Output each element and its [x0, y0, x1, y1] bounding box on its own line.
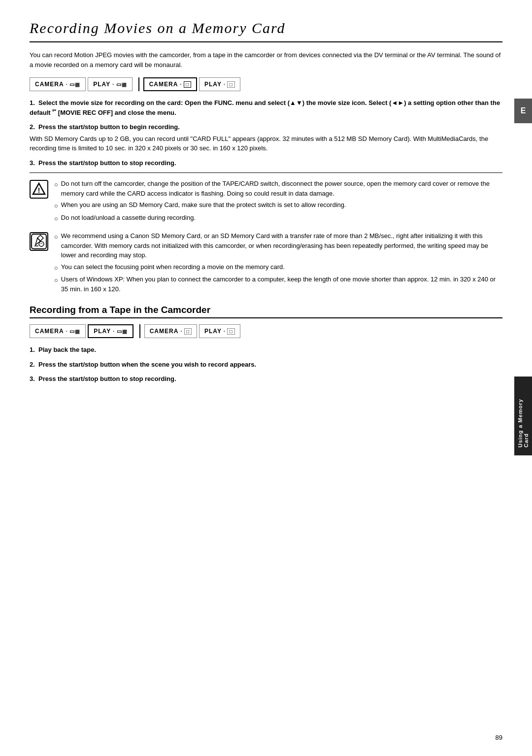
s2-step-2-text: 2. Press the start/stop button when the … [30, 360, 502, 370]
step-1: 1. Select the movie size for recording o… [30, 98, 502, 117]
svg-text:!: ! [38, 186, 40, 194]
page-container: E Using a Memory Card Recording Movies o… [0, 0, 532, 756]
tip-block: ○ We recommend using a Canon SD Memory C… [30, 231, 502, 296]
step-2-bold: 2. Press the start/stop button to begin … [30, 122, 502, 132]
warning-content: ○ Do not turn off the camcorder, change … [54, 179, 502, 225]
warning-item-1: ○ Do not turn off the camcorder, change … [54, 179, 502, 198]
badge-camera-tape-inactive: CAMERA · ▭⬛ [30, 77, 86, 91]
letter-tab: E [514, 99, 532, 123]
tape-icon-b1: · ▭⬛ [66, 328, 81, 335]
mode-divider [138, 77, 139, 91]
tape-icon2: · ▭⬛ [112, 81, 127, 88]
tip-bullet-3: ○ [54, 275, 58, 294]
tip-bullet-1: ○ [54, 232, 58, 260]
tip-bullet-2: ○ [54, 263, 58, 273]
section2-heading: Recording from a Tape in the Camcorder [30, 305, 502, 318]
tip-svg [31, 233, 47, 250]
badge-play-tape-inactive: PLAY · ▭⬛ [88, 77, 132, 91]
intro-text: You can record Motion JPEG movies with t… [30, 50, 502, 69]
card-icon-b1: · □ [180, 329, 192, 334]
badge-camera-card-active: CAMERA · □ [143, 77, 197, 91]
mode-badges-top: CAMERA · ▭⬛ PLAY · ▭⬛ CAMERA · □ PLAY · … [30, 77, 502, 91]
badge-b-play-card: PLAY · □ [199, 324, 240, 338]
tip-item-1: ○ We recommend using a Canon SD Memory C… [54, 231, 502, 260]
s2-step-3: 3. Press the start/stop button to stop r… [30, 374, 502, 384]
tip-icon [30, 232, 48, 251]
mode-divider-b [139, 324, 140, 338]
tape-icon: · ▭⬛ [66, 81, 81, 88]
card-icon-b2: · □ [224, 329, 235, 334]
s2-step-1: 1. Play back the tape. [30, 345, 502, 355]
mode-badges-bottom: CAMERA · ▭⬛ PLAY · ▭⬛ CAMERA · □ PLAY · … [30, 324, 502, 338]
warning-svg: ! [32, 182, 46, 196]
tip-item-3: ○ Users of Windows XP: When you plan to … [54, 275, 502, 294]
badge-b-camera-tape: CAMERA · ▭⬛ [30, 324, 86, 338]
s2-step-2: 2. Press the start/stop button when the … [30, 360, 502, 370]
page-number: 89 [496, 734, 502, 741]
rule-after-steps [30, 172, 502, 173]
warning-icon: ! [30, 180, 48, 199]
step-3: 3. Press the start/stop button to stop r… [30, 158, 502, 168]
step-3-text: 3. Press the start/stop button to stop r… [30, 158, 502, 168]
warning-block: ! ○ Do not turn off the camcorder, chang… [30, 179, 502, 225]
s2-step-1-text: 1. Play back the tape. [30, 345, 502, 355]
svg-point-4 [39, 241, 44, 246]
step-2: 2. Press the start/stop button to begin … [30, 122, 502, 153]
bullet-3: ○ [54, 214, 58, 224]
side-tab: Using a Memory Card [514, 377, 532, 455]
step-2-detail: With SD Memory Cards up to 2 GB, you can… [30, 134, 502, 153]
bullet-1: ○ [54, 180, 58, 198]
badge-b-play-tape-active: PLAY · ▭⬛ [88, 324, 133, 338]
badge-b-camera-card: CAMERA · □ [144, 324, 197, 338]
badge-play-card-inactive: PLAY · □ [199, 77, 240, 91]
bullet-2: ○ [54, 201, 58, 211]
s2-step-3-text: 3. Press the start/stop button to stop r… [30, 374, 502, 384]
warning-item-2: ○ When you are using an SD Memory Card, … [54, 200, 502, 211]
tip-content: ○ We recommend using a Canon SD Memory C… [54, 231, 502, 296]
tape-icon-b2: · ▭⬛ [113, 328, 128, 335]
step-1-text: 1. Select the movie size for recording o… [30, 98, 502, 117]
tip-item-2: ○ You can select the focusing point when… [54, 262, 502, 273]
card-icon: · □ [180, 82, 191, 87]
card-icon2: · □ [224, 82, 235, 87]
warning-item-3: ○ Do not load/unload a cassette during r… [54, 213, 502, 224]
page-title: Recording Movies on a Memory Card [30, 20, 502, 42]
